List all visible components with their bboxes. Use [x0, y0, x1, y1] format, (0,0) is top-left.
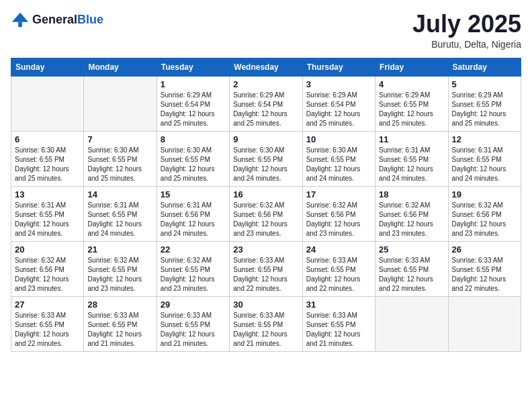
- day-info: Sunrise: 6:30 AM Sunset: 6:55 PM Dayligh…: [87, 146, 152, 183]
- logo-general: GeneralBlue: [32, 13, 103, 27]
- day-cell: 13Sunrise: 6:31 AM Sunset: 6:55 PM Dayli…: [11, 186, 84, 241]
- day-info: Sunrise: 6:32 AM Sunset: 6:55 PM Dayligh…: [161, 256, 226, 293]
- day-info: Sunrise: 6:32 AM Sunset: 6:55 PM Dayligh…: [87, 256, 152, 293]
- title-area: July 2025 Burutu, Delta, Nigeria: [412, 11, 521, 50]
- day-cell: 23Sunrise: 6:33 AM Sunset: 6:55 PM Dayli…: [230, 241, 302, 296]
- day-number: 28: [87, 300, 152, 310]
- col-header-wednesday: Wednesday: [230, 58, 302, 76]
- day-cell: 20Sunrise: 6:32 AM Sunset: 6:56 PM Dayli…: [11, 241, 84, 296]
- day-cell: 24Sunrise: 6:33 AM Sunset: 6:55 PM Dayli…: [302, 241, 375, 296]
- day-info: Sunrise: 6:30 AM Sunset: 6:55 PM Dayligh…: [15, 146, 80, 183]
- day-number: 20: [15, 244, 80, 255]
- day-number: 4: [379, 79, 444, 89]
- day-cell: [11, 76, 84, 131]
- day-cell: 6Sunrise: 6:30 AM Sunset: 6:55 PM Daylig…: [11, 131, 84, 186]
- day-info: Sunrise: 6:29 AM Sunset: 6:55 PM Dayligh…: [452, 91, 517, 128]
- day-number: 18: [379, 189, 444, 199]
- col-header-friday: Friday: [375, 58, 448, 76]
- day-cell: [375, 296, 448, 351]
- day-number: 17: [306, 189, 371, 199]
- day-info: Sunrise: 6:33 AM Sunset: 6:55 PM Dayligh…: [379, 256, 444, 293]
- day-cell: 1Sunrise: 6:29 AM Sunset: 6:54 PM Daylig…: [157, 76, 229, 131]
- day-cell: [84, 76, 157, 131]
- day-info: Sunrise: 6:33 AM Sunset: 6:55 PM Dayligh…: [15, 311, 80, 349]
- day-cell: 14Sunrise: 6:31 AM Sunset: 6:55 PM Dayli…: [84, 186, 157, 241]
- day-number: 6: [15, 134, 80, 144]
- day-info: Sunrise: 6:31 AM Sunset: 6:56 PM Dayligh…: [161, 201, 226, 238]
- day-cell: 2Sunrise: 6:29 AM Sunset: 6:54 PM Daylig…: [230, 76, 302, 131]
- day-cell: 27Sunrise: 6:33 AM Sunset: 6:55 PM Dayli…: [11, 296, 84, 351]
- week-row-2: 6Sunrise: 6:30 AM Sunset: 6:55 PM Daylig…: [11, 131, 521, 186]
- day-cell: 12Sunrise: 6:31 AM Sunset: 6:55 PM Dayli…: [448, 131, 521, 186]
- day-info: Sunrise: 6:33 AM Sunset: 6:55 PM Dayligh…: [161, 311, 226, 349]
- day-number: 25: [379, 244, 444, 255]
- day-cell: 28Sunrise: 6:33 AM Sunset: 6:55 PM Dayli…: [84, 296, 157, 351]
- day-cell: 15Sunrise: 6:31 AM Sunset: 6:56 PM Dayli…: [157, 186, 229, 241]
- day-info: Sunrise: 6:31 AM Sunset: 6:55 PM Dayligh…: [452, 146, 517, 183]
- day-cell: 8Sunrise: 6:30 AM Sunset: 6:55 PM Daylig…: [157, 131, 229, 186]
- day-number: 26: [452, 244, 517, 255]
- day-info: Sunrise: 6:30 AM Sunset: 6:55 PM Dayligh…: [306, 146, 371, 183]
- week-row-1: 1Sunrise: 6:29 AM Sunset: 6:54 PM Daylig…: [11, 76, 521, 131]
- day-info: Sunrise: 6:30 AM Sunset: 6:55 PM Dayligh…: [233, 146, 298, 183]
- day-cell: 10Sunrise: 6:30 AM Sunset: 6:55 PM Dayli…: [302, 131, 375, 186]
- day-number: 19: [452, 189, 517, 199]
- logo-icon: [11, 11, 30, 30]
- header-row: SundayMondayTuesdayWednesdayThursdayFrid…: [11, 58, 521, 76]
- day-cell: 26Sunrise: 6:33 AM Sunset: 6:55 PM Dayli…: [448, 241, 521, 296]
- day-number: 22: [161, 244, 226, 255]
- day-cell: 9Sunrise: 6:30 AM Sunset: 6:55 PM Daylig…: [230, 131, 302, 186]
- day-number: 1: [161, 79, 226, 89]
- day-number: 27: [15, 300, 80, 310]
- day-number: 12: [452, 134, 517, 144]
- day-info: Sunrise: 6:31 AM Sunset: 6:55 PM Dayligh…: [379, 146, 444, 183]
- col-header-saturday: Saturday: [448, 58, 521, 76]
- day-cell: 7Sunrise: 6:30 AM Sunset: 6:55 PM Daylig…: [84, 131, 157, 186]
- day-number: 15: [161, 189, 226, 199]
- day-cell: 17Sunrise: 6:32 AM Sunset: 6:56 PM Dayli…: [302, 186, 375, 241]
- col-header-thursday: Thursday: [302, 58, 375, 76]
- day-info: Sunrise: 6:29 AM Sunset: 6:54 PM Dayligh…: [306, 91, 371, 128]
- week-row-3: 13Sunrise: 6:31 AM Sunset: 6:55 PM Dayli…: [11, 186, 521, 241]
- day-info: Sunrise: 6:32 AM Sunset: 6:56 PM Dayligh…: [15, 256, 80, 293]
- day-number: 10: [306, 134, 371, 144]
- day-cell: 29Sunrise: 6:33 AM Sunset: 6:55 PM Dayli…: [157, 296, 229, 351]
- day-cell: 25Sunrise: 6:33 AM Sunset: 6:55 PM Dayli…: [375, 241, 448, 296]
- day-info: Sunrise: 6:29 AM Sunset: 6:55 PM Dayligh…: [379, 91, 444, 128]
- week-row-4: 20Sunrise: 6:32 AM Sunset: 6:56 PM Dayli…: [11, 241, 521, 296]
- day-number: 13: [15, 189, 80, 199]
- day-info: Sunrise: 6:33 AM Sunset: 6:55 PM Dayligh…: [306, 311, 371, 349]
- day-number: 24: [306, 244, 371, 255]
- month-title: July 2025: [412, 11, 521, 38]
- day-cell: [448, 296, 521, 351]
- day-cell: 21Sunrise: 6:32 AM Sunset: 6:55 PM Dayli…: [84, 241, 157, 296]
- day-number: 7: [87, 134, 152, 144]
- day-number: 30: [233, 300, 298, 310]
- day-info: Sunrise: 6:30 AM Sunset: 6:55 PM Dayligh…: [161, 146, 226, 183]
- day-info: Sunrise: 6:29 AM Sunset: 6:54 PM Dayligh…: [161, 91, 226, 128]
- day-number: 29: [161, 300, 226, 310]
- day-cell: 31Sunrise: 6:33 AM Sunset: 6:55 PM Dayli…: [302, 296, 375, 351]
- day-number: 2: [233, 79, 298, 89]
- day-number: 14: [87, 189, 152, 199]
- day-info: Sunrise: 6:33 AM Sunset: 6:55 PM Dayligh…: [233, 256, 298, 293]
- day-number: 11: [379, 134, 444, 144]
- day-cell: 16Sunrise: 6:32 AM Sunset: 6:56 PM Dayli…: [230, 186, 302, 241]
- day-number: 31: [306, 300, 371, 310]
- day-info: Sunrise: 6:29 AM Sunset: 6:54 PM Dayligh…: [233, 91, 298, 128]
- day-info: Sunrise: 6:33 AM Sunset: 6:55 PM Dayligh…: [87, 311, 152, 349]
- day-info: Sunrise: 6:31 AM Sunset: 6:55 PM Dayligh…: [15, 201, 80, 238]
- svg-marker-0: [12, 13, 28, 22]
- day-info: Sunrise: 6:32 AM Sunset: 6:56 PM Dayligh…: [452, 201, 517, 238]
- col-header-sunday: Sunday: [11, 58, 84, 76]
- logo: GeneralBlue: [11, 11, 103, 30]
- day-number: 8: [161, 134, 226, 144]
- col-header-monday: Monday: [84, 58, 157, 76]
- day-info: Sunrise: 6:33 AM Sunset: 6:55 PM Dayligh…: [233, 311, 298, 349]
- day-info: Sunrise: 6:31 AM Sunset: 6:55 PM Dayligh…: [87, 201, 152, 238]
- col-header-tuesday: Tuesday: [157, 58, 229, 76]
- day-cell: 19Sunrise: 6:32 AM Sunset: 6:56 PM Dayli…: [448, 186, 521, 241]
- week-row-5: 27Sunrise: 6:33 AM Sunset: 6:55 PM Dayli…: [11, 296, 521, 351]
- svg-rect-1: [18, 22, 22, 27]
- day-cell: 18Sunrise: 6:32 AM Sunset: 6:56 PM Dayli…: [375, 186, 448, 241]
